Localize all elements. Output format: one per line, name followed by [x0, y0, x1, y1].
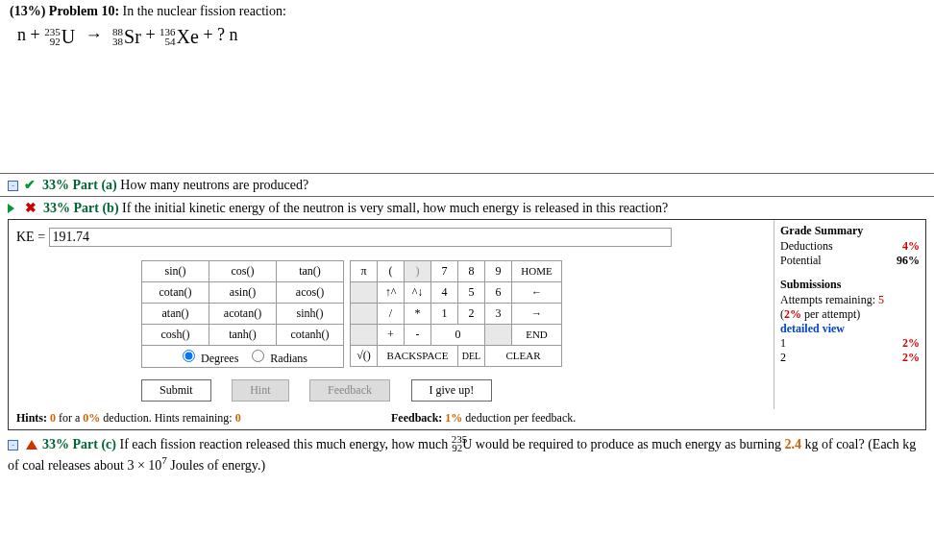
unknown-neutrons: + ? n	[203, 25, 237, 44]
key-6[interactable]: 6	[485, 281, 512, 303]
key-pi[interactable]: π	[351, 260, 378, 281]
key-cosh[interactable]: cosh()	[142, 324, 209, 345]
hint-button[interactable]: Hint	[232, 379, 288, 402]
collapse-icon[interactable]: -	[8, 440, 18, 450]
angle-mode-row: Degrees Radians	[142, 345, 344, 367]
element-symbol: U	[61, 26, 75, 48]
check-icon: ✔	[24, 178, 36, 192]
key-super[interactable]: ↑^	[378, 281, 405, 303]
key-blank	[351, 303, 378, 324]
attempt-1-number: 1	[780, 336, 786, 351]
problem-number: (13%) Problem 10:	[10, 4, 119, 18]
collapse-icon[interactable]: -	[8, 181, 18, 191]
attempt-1-deduction: 2%	[902, 336, 920, 351]
function-keypad: sin() cos() tan() cotan() asin() acos() …	[141, 260, 344, 368]
keypad: sin() cos() tan() cotan() asin() acos() …	[141, 260, 766, 368]
key-left[interactable]: ←	[512, 281, 562, 303]
hints-remaining: 0	[235, 411, 241, 425]
key-home[interactable]: HOME	[512, 260, 562, 281]
hints-footer: Hints: 0 for a 0% deduction. Hints remai…	[9, 409, 925, 429]
feedback-label: Feedback:	[391, 411, 445, 425]
grade-panel: Grade Summary Deductions4% Potential96% …	[774, 220, 925, 409]
attempts-row: Attempts remaining: 5	[780, 293, 920, 307]
key-lparen[interactable]: (	[378, 260, 405, 281]
part-c-label: 33% Part (c)	[42, 437, 116, 451]
key-atan[interactable]: atan()	[142, 303, 209, 324]
key-3[interactable]: 3	[485, 303, 512, 324]
key-cotan[interactable]: cotan()	[142, 281, 209, 303]
key-4[interactable]: 4	[431, 281, 458, 303]
deductions-label: Deductions	[780, 239, 833, 254]
attempts-value: 5	[878, 293, 884, 306]
part-b-text: If the initial kinetic energy of the neu…	[122, 201, 668, 215]
isotope-U-inline: 23592U	[452, 437, 473, 451]
element-symbol: Xe	[177, 26, 199, 48]
hints-label: Hints:	[16, 411, 50, 425]
incorrect-icon: ✖	[25, 201, 37, 215]
key-sqrt[interactable]: √()	[351, 345, 378, 366]
key-cos[interactable]: cos()	[209, 260, 277, 281]
key-tanh[interactable]: tanh()	[209, 324, 277, 345]
part-c-text-1: If each fission reaction released this m…	[119, 437, 451, 451]
hints-pct: 0%	[83, 411, 100, 425]
part-a-header[interactable]: - ✔ 33% Part (a) How many neutrons are p…	[0, 173, 934, 196]
key-blank	[351, 281, 378, 303]
key-acotan[interactable]: acotan()	[209, 303, 277, 324]
part-a-text: How many neutrons are produced?	[120, 178, 308, 192]
giveup-button[interactable]: I give up!	[411, 379, 493, 402]
per-attempt-suffix: per attempt)	[801, 307, 860, 321]
key-2[interactable]: 2	[458, 303, 485, 324]
degrees-label: Degrees	[201, 352, 238, 365]
atomic-number: 92	[452, 442, 462, 453]
neutron-symbol: n	[17, 25, 26, 44]
part-b-header[interactable]: ✖ 33% Part (b) If the initial kinetic en…	[0, 196, 934, 219]
part-c-header[interactable]: - 33% Part (c) If each fission reaction …	[0, 430, 934, 481]
key-rparen[interactable]: )	[405, 260, 431, 281]
feedback-button[interactable]: Feedback	[309, 379, 390, 402]
grade-title: Grade Summary	[780, 224, 920, 238]
key-0[interactable]: 0	[431, 324, 485, 345]
detailed-view-link[interactable]: detailed view	[780, 322, 920, 336]
key-sinh[interactable]: sinh()	[277, 303, 344, 324]
action-buttons: Submit Hint Feedback I give up!	[141, 379, 766, 402]
part-c-text-4: Joules of energy.)	[167, 458, 265, 473]
exponent: 7	[161, 454, 167, 466]
key-sub[interactable]: ^↓	[405, 281, 431, 303]
isotope-Sr: 8838Sr	[112, 25, 141, 47]
key-end[interactable]: END	[512, 324, 562, 345]
key-7[interactable]: 7	[431, 260, 458, 281]
radians-radio[interactable]: Radians	[247, 352, 307, 365]
key-8[interactable]: 8	[458, 260, 485, 281]
key-5[interactable]: 5	[458, 281, 485, 303]
key-acos[interactable]: acos()	[277, 281, 344, 303]
numeric-keypad: π ( ) 7 8 9 HOME ↑^ ^↓ 4 5 6	[350, 260, 562, 367]
key-right[interactable]: →	[512, 303, 562, 324]
hints-mid: for a	[56, 411, 83, 425]
answer-input[interactable]	[49, 228, 672, 247]
expand-icon[interactable]	[8, 204, 14, 213]
hints-post: deduction. Hints remaining:	[100, 411, 234, 425]
key-1[interactable]: 1	[431, 303, 458, 324]
key-backspace[interactable]: BACKSPACE	[378, 345, 458, 366]
problem-prompt: In the nuclear fission reaction:	[119, 4, 286, 18]
key-del[interactable]: DEL	[458, 345, 485, 366]
key-clear[interactable]: CLEAR	[485, 345, 562, 366]
key-minus[interactable]: -	[405, 324, 431, 345]
plus-sign: +	[145, 25, 160, 44]
key-tan[interactable]: tan()	[277, 260, 344, 281]
key-asin[interactable]: asin()	[209, 281, 277, 303]
feedback-post: deduction per feedback.	[462, 411, 576, 425]
key-divide[interactable]: /	[378, 303, 405, 324]
key-9[interactable]: 9	[485, 260, 512, 281]
key-sin[interactable]: sin()	[142, 260, 209, 281]
key-multiply[interactable]: *	[405, 303, 431, 324]
problem-header: (13%) Problem 10: In the nuclear fission…	[0, 0, 934, 23]
per-attempt-row: (2% per attempt)	[780, 307, 920, 322]
degrees-radio[interactable]: Degrees	[178, 352, 238, 365]
atomic-number: 38	[112, 37, 123, 46]
isotope-U: 23592U	[44, 25, 75, 47]
key-plus[interactable]: +	[378, 324, 405, 345]
key-cotanh[interactable]: cotanh()	[277, 324, 344, 345]
submit-button[interactable]: Submit	[141, 379, 211, 402]
deductions-value: 4%	[902, 239, 920, 254]
